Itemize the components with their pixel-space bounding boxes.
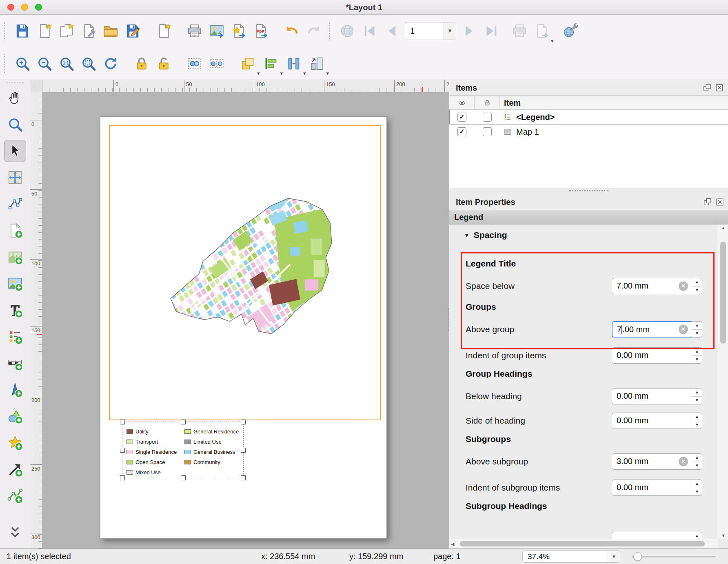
resize-items-dropdown-arrow[interactable]: ▾ [326, 70, 329, 80]
toolbox-grip[interactable] [6, 82, 24, 85]
above-group-spinbox[interactable]: 7.00 mm× ▲▼ [612, 321, 702, 338]
add-north-arrow-tool[interactable] [4, 379, 26, 401]
add-picture-tool[interactable] [4, 273, 26, 295]
pan-layout-tool[interactable] [4, 87, 26, 109]
vertical-scrollbar[interactable]: ▲ ▼ [718, 224, 728, 539]
stepper[interactable]: ▲▼ [692, 347, 702, 364]
slider-track[interactable] [632, 556, 716, 557]
clear-value-button[interactable]: × [679, 325, 688, 334]
add-node-item-tool[interactable] [4, 485, 26, 507]
combo-dropdown-arrow[interactable]: ▼ [444, 22, 456, 40]
undock-panel-button[interactable] [703, 83, 712, 92]
zoom-slider[interactable] [632, 549, 716, 564]
add-label-tool[interactable] [4, 299, 26, 321]
zoom-in-button[interactable] [11, 53, 33, 75]
layout-canvas[interactable]: 0 50 100 150 200 2 0 50 100 150 200 250 … [30, 80, 449, 548]
toolbar-grip[interactable] [4, 22, 8, 40]
toolbar-grip[interactable] [4, 54, 8, 73]
clear-value-button[interactable]: × [679, 457, 688, 466]
zoom-slider-knob[interactable] [633, 552, 642, 561]
zoom-tool[interactable] [4, 113, 26, 135]
above-subgroup-spinbox[interactable]: 3.00 mm× ▲▼ [612, 453, 702, 470]
lock-items-button[interactable] [131, 53, 153, 75]
panel-splitter[interactable] [449, 188, 728, 194]
load-from-template-button[interactable] [100, 20, 122, 42]
distribute-items-button[interactable] [283, 53, 305, 75]
add-pages-button[interactable] [153, 20, 175, 42]
first-feature-button[interactable] [358, 20, 380, 42]
export-as-svg-button[interactable] [228, 20, 250, 42]
stepper[interactable]: ▲▼ [692, 480, 702, 496]
raise-items-button[interactable] [237, 53, 259, 75]
below-heading-spinbox[interactable]: 0.00 mm ▲▼ [612, 388, 702, 404]
last-feature-button[interactable] [481, 20, 503, 42]
spinbox-value[interactable]: 3.00 mm [617, 454, 648, 469]
selection-handle[interactable] [181, 475, 186, 480]
spinbox-value[interactable]: 0.00 mm [617, 413, 648, 428]
close-panel-button[interactable] [715, 198, 724, 207]
more-tools-button[interactable] [4, 522, 26, 544]
indent-subgroup-items-spinbox[interactable]: 0.00 mm ▲▼ [612, 480, 702, 496]
add-arrow-tool[interactable] [4, 458, 26, 480]
move-item-content-tool[interactable] [4, 167, 26, 189]
spinbox-value[interactable]: 0.00 mm [617, 348, 648, 363]
export-as-image-button[interactable] [206, 20, 228, 42]
unlock-items-button[interactable] [153, 53, 175, 75]
distribute-items-dropdown-arrow[interactable]: ▾ [303, 70, 306, 80]
partially-visible-spinbox[interactable]: ▲▼ [612, 532, 702, 539]
previous-feature-button[interactable] [380, 20, 402, 42]
close-window-button[interactable] [7, 4, 14, 11]
add-legend-tool[interactable] [4, 326, 26, 348]
save-project-button[interactable] [11, 20, 33, 42]
spinbox-value[interactable]: 0.00 mm [617, 480, 648, 495]
zoom-full-button[interactable] [78, 53, 100, 75]
lock-checkbox[interactable] [483, 127, 492, 136]
spacing-section-header[interactable]: ▼ Spacing [464, 230, 507, 240]
items-row-legend[interactable]: ✓ <Legend> [449, 110, 728, 124]
spinbox-value[interactable]: 0.00 mm [617, 389, 648, 404]
selection-handle[interactable] [241, 420, 246, 424]
scroll-left-arrow[interactable]: ◀ [451, 539, 454, 549]
save-as-template-button[interactable] [122, 20, 144, 42]
side-of-heading-spinbox[interactable]: 0.00 mm ▲▼ [612, 413, 702, 429]
zoom-window-button[interactable] [35, 4, 42, 11]
export-as-pdf-button[interactable]: PDF [250, 20, 272, 42]
export-atlas-button[interactable] [530, 20, 553, 42]
selection-handle[interactable] [181, 420, 186, 424]
zoom-dropdown-arrow[interactable]: ▼ [608, 551, 620, 562]
preview-atlas-button[interactable] [336, 20, 358, 42]
atlas-settings-button[interactable] [559, 20, 582, 42]
zoom-actual-button[interactable] [55, 53, 78, 75]
stepper[interactable]: ▲▼ [692, 321, 702, 338]
redo-button[interactable] [303, 20, 325, 42]
scroll-up-arrow[interactable]: ▲ [718, 225, 728, 230]
undo-button[interactable] [281, 20, 303, 42]
zoom-level-combo[interactable]: 37.4% ▼ [522, 551, 620, 563]
group-items-button[interactable] [184, 53, 206, 75]
collapse-triangle-icon[interactable]: ▼ [464, 232, 470, 238]
duplicate-layout-button[interactable] [55, 20, 78, 42]
atlas-page-combo[interactable]: ▼ [405, 22, 456, 40]
ungroup-items-button[interactable] [206, 53, 228, 75]
refresh-view-button[interactable] [100, 53, 122, 75]
indent-group-items-spinbox[interactable]: 0.00 mm ▲▼ [612, 347, 702, 364]
selection-handle[interactable] [120, 475, 125, 480]
legend-layout-item[interactable]: Utility Transport Single Residence Open … [122, 422, 244, 478]
items-row-map[interactable]: ✓ Map 1 [449, 124, 728, 139]
stepper[interactable]: ▲▼ [692, 532, 702, 539]
stepper[interactable]: ▲▼ [692, 388, 702, 404]
layout-manager-button[interactable] [78, 20, 100, 42]
raise-items-dropdown-arrow[interactable]: ▾ [257, 70, 260, 80]
align-items-button[interactable] [260, 53, 282, 75]
stepper[interactable]: ▲▼ [692, 278, 702, 294]
scrollbar-thumb[interactable] [460, 541, 705, 546]
print-layout-button[interactable] [184, 20, 206, 42]
scroll-down-arrow[interactable]: ▼ [718, 533, 728, 538]
close-panel-button[interactable] [715, 83, 724, 92]
lock-checkbox[interactable] [483, 113, 492, 122]
add-map-tool[interactable] [4, 220, 26, 242]
scrollbar-thumb[interactable] [720, 242, 726, 344]
minimize-window-button[interactable] [21, 4, 28, 11]
spinbox-value[interactable]: 7.00 mm [617, 278, 648, 293]
spinbox-value[interactable]: 7.00 mm [617, 322, 650, 337]
